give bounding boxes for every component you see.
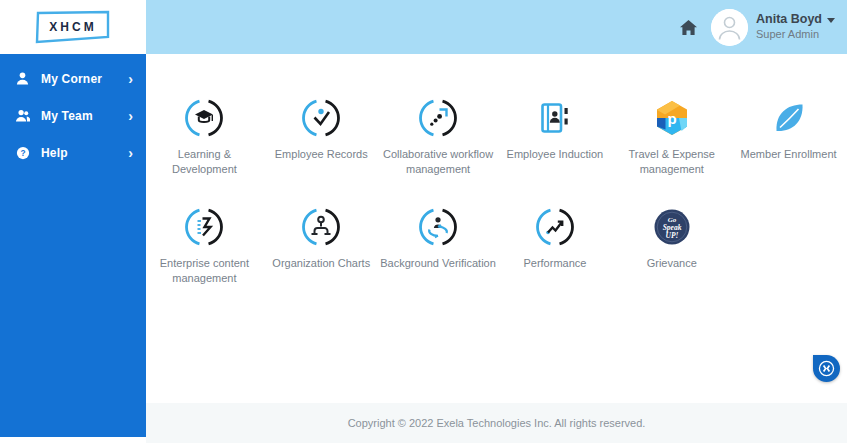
sidebar-item-label: My Team bbox=[41, 109, 128, 123]
induction-book-icon bbox=[535, 98, 575, 138]
dotted-arrow-icon bbox=[418, 98, 458, 138]
sidebar-item-label: Help bbox=[41, 146, 128, 160]
sidebar: XHCM My Corner›My Team›?Help› bbox=[0, 0, 146, 437]
people-icon bbox=[15, 108, 30, 123]
app-tile-label: Background Verification bbox=[380, 256, 496, 271]
app-tile-label: Employee Records bbox=[275, 147, 368, 162]
graduation-cap-icon bbox=[184, 98, 224, 138]
sidebar-item-my-corner[interactable]: My Corner› bbox=[0, 60, 146, 97]
user-role: Super Admin bbox=[756, 28, 835, 42]
svg-text:p: p bbox=[667, 110, 676, 127]
user-avatar-icon bbox=[711, 9, 748, 46]
person-icon bbox=[15, 71, 30, 86]
content-ribbon-icon bbox=[184, 207, 224, 247]
sidebar-nav: My Corner›My Team›?Help› bbox=[0, 54, 146, 171]
question-icon: ? bbox=[15, 145, 30, 160]
hexagon-p-icon: p bbox=[652, 98, 692, 138]
app-tile-grievance[interactable]: Go Speak UP!Grievance bbox=[613, 207, 730, 271]
sidebar-item-my-team[interactable]: My Team› bbox=[0, 97, 146, 134]
copyright-text: Copyright © 2022 Exela Technologies Inc.… bbox=[348, 417, 646, 429]
speak-up-badge-icon: Go Speak UP! bbox=[652, 207, 692, 247]
chevron-right-icon: › bbox=[128, 146, 133, 160]
avatar[interactable] bbox=[711, 9, 748, 46]
app-tile-organization-charts[interactable]: Organization Charts bbox=[263, 207, 380, 271]
chevron-right-icon: › bbox=[128, 72, 133, 86]
home-icon[interactable] bbox=[677, 16, 699, 38]
app-tile-collaborative-workflow-management[interactable]: Collaborative workflow management bbox=[380, 98, 497, 177]
main-content: Learning & Development Employee Records … bbox=[146, 54, 847, 403]
app-tiles-row-2: Enterprise content management Organizati… bbox=[146, 207, 847, 286]
footer: Copyright © 2022 Exela Technologies Inc.… bbox=[146, 403, 847, 443]
app-tile-label: Collaborative workflow management bbox=[380, 147, 497, 177]
app-tile-background-verification[interactable]: Background Verification bbox=[380, 207, 497, 271]
user-name: Anita Boyd bbox=[756, 12, 822, 28]
app-tile-label: Performance bbox=[523, 256, 586, 271]
person-check-icon bbox=[301, 98, 341, 138]
app-tile-performance[interactable]: Performance bbox=[497, 207, 614, 271]
app-tile-learning-development[interactable]: Learning & Development bbox=[146, 98, 263, 177]
app-window: XHCM My Corner›My Team›?Help› Anita Boyd… bbox=[0, 0, 847, 443]
logo-text: XHCM bbox=[49, 20, 96, 34]
leaf-icon bbox=[769, 98, 809, 138]
exela-x-icon bbox=[818, 360, 835, 377]
sidebar-item-label: My Corner bbox=[41, 72, 128, 86]
app-tile-member-enrollment[interactable]: Member Enrollment bbox=[730, 98, 847, 162]
app-tile-employee-induction[interactable]: Employee Induction bbox=[497, 98, 614, 162]
app-tile-label: Member Enrollment bbox=[741, 147, 837, 162]
app-tile-label: Enterprise content management bbox=[146, 256, 263, 286]
chevron-right-icon: › bbox=[128, 109, 133, 123]
app-tile-label: Learning & Development bbox=[146, 147, 263, 177]
sidebar-item-help[interactable]: ?Help› bbox=[0, 134, 146, 171]
svg-text:UP!: UP! bbox=[665, 231, 678, 240]
xhcm-logo-icon: XHCM bbox=[35, 10, 111, 44]
app-tile-employee-records[interactable]: Employee Records bbox=[263, 98, 380, 162]
logo[interactable]: XHCM bbox=[0, 0, 146, 54]
user-menu[interactable]: Anita Boyd bbox=[756, 12, 835, 28]
org-chart-icon bbox=[301, 207, 341, 247]
app-tile-enterprise-content-management[interactable]: Enterprise content management bbox=[146, 207, 263, 286]
app-tile-label: Travel & Expense management bbox=[613, 147, 730, 177]
user-info: Anita Boyd Super Admin bbox=[756, 12, 835, 41]
app-tile-travel-expense-management[interactable]: pTravel & Expense management bbox=[613, 98, 730, 177]
app-tile-label: Grievance bbox=[647, 256, 697, 271]
app-tile-label: Organization Charts bbox=[272, 256, 370, 271]
exela-chat-fab-button[interactable] bbox=[813, 355, 840, 382]
trend-arrow-icon bbox=[535, 207, 575, 247]
header: Anita Boyd Super Admin bbox=[146, 0, 847, 54]
person-sync-icon bbox=[418, 207, 458, 247]
chevron-down-icon bbox=[827, 18, 835, 23]
app-tile-label: Employee Induction bbox=[507, 147, 604, 162]
app-tiles-row-1: Learning & Development Employee Records … bbox=[146, 98, 847, 177]
svg-text:?: ? bbox=[20, 147, 25, 157]
